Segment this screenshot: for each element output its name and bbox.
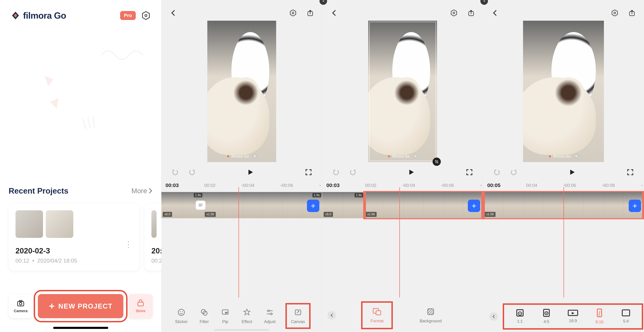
svg-point-16 bbox=[180, 311, 181, 312]
tool-sticker[interactable]: Sticker bbox=[175, 308, 188, 324]
redo-button[interactable] bbox=[510, 168, 518, 177]
remove-watermark-button[interactable]: ✕ bbox=[252, 154, 257, 159]
clip-trim-left[interactable] bbox=[363, 191, 366, 219]
fullscreen-button[interactable] bbox=[626, 168, 634, 177]
svg-point-22 bbox=[268, 310, 270, 312]
project-title: 2020-02-3 bbox=[16, 247, 132, 255]
svg-marker-5 bbox=[50, 98, 58, 109]
settings-button[interactable] bbox=[141, 11, 151, 21]
svg-rect-9 bbox=[138, 302, 143, 306]
clip-trim-left[interactable] bbox=[482, 191, 485, 219]
svg-marker-25 bbox=[451, 10, 457, 16]
project-card[interactable]: 20: 00:2 bbox=[144, 203, 164, 271]
settings-hex-button[interactable] bbox=[610, 9, 619, 17]
back-button[interactable] bbox=[169, 9, 178, 17]
editor-screen-format: ✕ filmora Go✕ 00:05 00:04• 00:06• 00:08•… bbox=[483, 0, 644, 332]
add-clip-button[interactable]: + bbox=[629, 200, 641, 212]
undo-button[interactable] bbox=[492, 168, 501, 177]
format-1-1[interactable]: 1:1 bbox=[508, 309, 532, 324]
video-preview[interactable]: filmora Go✕ bbox=[368, 21, 437, 162]
add-clip-button[interactable]: + bbox=[307, 200, 319, 212]
format-5-4[interactable]: 5:4 bbox=[614, 309, 638, 323]
svg-marker-14 bbox=[248, 170, 253, 175]
svg-point-7 bbox=[20, 302, 22, 305]
play-button[interactable] bbox=[407, 168, 416, 177]
svg-point-23 bbox=[270, 313, 272, 315]
tool-background[interactable]: Background bbox=[420, 307, 442, 323]
camera-label: Camera bbox=[14, 309, 28, 313]
tool-effect[interactable]: Effect bbox=[242, 308, 252, 324]
settings-hex-button[interactable] bbox=[289, 9, 297, 17]
play-button[interactable] bbox=[246, 168, 255, 177]
project-menu-button[interactable]: ⋮ bbox=[124, 240, 132, 249]
format-4-5[interactable]: 4:5 bbox=[534, 309, 558, 324]
pro-badge[interactable]: Pro bbox=[120, 11, 136, 20]
undo-button[interactable] bbox=[332, 168, 340, 177]
editor-screen-canvas: ✕ filmora Go✕ 00:03 00:02• 00:04• 00:06•… bbox=[322, 0, 483, 332]
svg-rect-31 bbox=[376, 311, 381, 315]
tool-pip[interactable]: Pip bbox=[221, 308, 230, 324]
timeline-clip[interactable]: 1.9s x1.56 bbox=[203, 192, 322, 218]
store-button[interactable]: Store bbox=[128, 294, 152, 318]
project-thumbnail bbox=[16, 210, 43, 238]
export-button[interactable] bbox=[306, 9, 314, 17]
watermark: filmora Go ✕ bbox=[207, 154, 276, 159]
remove-watermark-button[interactable]: ✕ bbox=[413, 154, 418, 159]
add-clip-button[interactable]: + bbox=[468, 200, 480, 212]
playhead[interactable] bbox=[238, 187, 239, 297]
project-meta: 00:2 bbox=[152, 258, 156, 264]
new-project-button[interactable]: NEW PROJECT bbox=[38, 294, 123, 318]
project-thumbnail bbox=[152, 210, 156, 238]
current-time: 00:03 bbox=[164, 182, 203, 188]
fullscreen-button[interactable] bbox=[304, 168, 313, 177]
svg-point-17 bbox=[182, 311, 183, 312]
svg-marker-36 bbox=[549, 155, 551, 158]
timeline[interactable]: 1.9s x5.0 x1.56 + bbox=[322, 192, 483, 218]
remove-watermark-button[interactable]: ✕ bbox=[574, 154, 579, 159]
redo-button[interactable] bbox=[349, 168, 357, 177]
camera-button[interactable]: Camera bbox=[8, 294, 33, 318]
scroll-indicator bbox=[214, 329, 269, 330]
export-button[interactable] bbox=[628, 9, 636, 17]
back-button[interactable] bbox=[491, 9, 499, 17]
playhead[interactable] bbox=[564, 187, 564, 297]
undo-button[interactable] bbox=[171, 168, 179, 177]
clip-duration: 1.9s bbox=[194, 193, 202, 197]
playhead[interactable] bbox=[399, 187, 400, 297]
back-button[interactable] bbox=[330, 9, 338, 17]
timeline[interactable]: x1.56 + bbox=[483, 192, 644, 218]
toolbar-back-button[interactable] bbox=[489, 312, 498, 321]
timeline[interactable]: 1.9s x5.0 1.9s x1.56 + bbox=[162, 192, 322, 218]
resize-handle[interactable] bbox=[432, 157, 441, 166]
tool-adjust[interactable]: Adjust bbox=[264, 308, 276, 324]
format-16-9[interactable]: 16:9 bbox=[561, 310, 585, 323]
tool-canvas[interactable]: Canvas bbox=[288, 305, 308, 327]
tool-filter[interactable]: Filter bbox=[200, 308, 209, 324]
play-button[interactable] bbox=[568, 168, 576, 177]
project-card[interactable]: 2020-02-3 00:12 • 2020/04/2 18:05 ⋮ bbox=[8, 203, 139, 271]
svg-rect-21 bbox=[225, 312, 228, 313]
svg-point-39 bbox=[520, 313, 520, 314]
tool-format[interactable]: Format bbox=[364, 304, 390, 327]
redo-button[interactable] bbox=[188, 168, 196, 177]
clip-selection bbox=[364, 191, 483, 219]
editor-screen-tools: filmora Go ✕ 00:03 00:02• 00:04• 00:06• … bbox=[162, 0, 322, 332]
video-preview[interactable]: filmora Go ✕ bbox=[207, 21, 276, 162]
editor-topbar bbox=[162, 0, 322, 17]
transition-button[interactable] bbox=[196, 201, 206, 210]
fullscreen-button[interactable] bbox=[465, 168, 474, 177]
clip-trim-right[interactable] bbox=[642, 191, 644, 219]
toolbar-back-button[interactable] bbox=[328, 311, 336, 319]
store-label: Store bbox=[136, 309, 146, 313]
timeline-clip[interactable]: 1.9s x5.0 bbox=[162, 192, 203, 218]
timeline-clip[interactable]: 1.9s x5.0 bbox=[322, 192, 364, 218]
settings-hex-button[interactable] bbox=[450, 9, 458, 17]
current-time: 00:05 bbox=[486, 182, 525, 188]
svg-point-11 bbox=[292, 12, 294, 14]
format-9-16[interactable]: 9:16 bbox=[588, 308, 612, 324]
svg-point-26 bbox=[453, 12, 455, 14]
video-preview[interactable]: filmora Go✕ bbox=[523, 21, 604, 162]
editor-toolbar: Sticker Filter Pip Effect Adjust Canvas bbox=[162, 305, 322, 327]
export-button[interactable] bbox=[467, 9, 476, 17]
more-link[interactable]: More bbox=[132, 187, 152, 195]
